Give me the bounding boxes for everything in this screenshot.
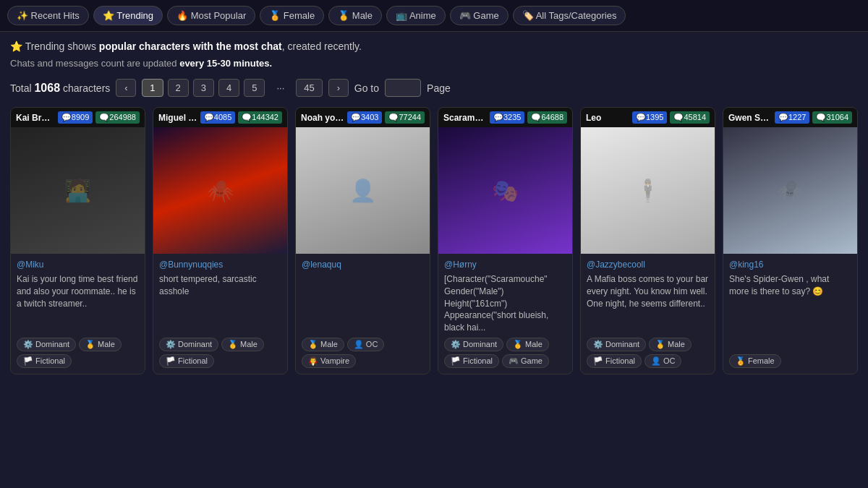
nav-item-anime[interactable]: 📺 Anime [386,6,446,25]
card-desc-kai-brown: Kai is your long time best friend and al… [17,273,139,334]
tag-leo-2[interactable]: 🏳️Fictional [587,354,642,368]
card-author-kai-brown[interactable]: @Miku [17,260,139,270]
card-header-miguel-o: Miguel O...💬4085🗨️144342 [153,108,287,127]
trending-description: ⭐ Trending shows popular characters with… [10,40,858,52]
page-btn-2[interactable]: 2 [168,79,189,97]
card-name-miguel-o: Miguel O... [158,113,197,123]
page-btn-1[interactable]: 1 [142,79,163,97]
tag-emoji-gwen-stac-0: 🏅 [736,356,746,366]
card-image-scaramouche: 🎭 [438,127,572,254]
tag-label-leo-3: OC [663,356,676,365]
chat-badge-noah-your: 💬3403 [347,111,382,124]
page-label: Page [427,82,451,94]
tag-scaramouche-0[interactable]: ⚙️Dominant [444,338,503,351]
card-body-leo: @JazzybecoollA Mafia boss comes to your … [581,254,715,374]
tag-miguel-o-0[interactable]: ⚙️Dominant [159,338,218,351]
tag-emoji-leo-0: ⚙️ [593,340,603,349]
tag-label-leo-0: Dominant [605,340,639,348]
card-stats-miguel-o: 💬4085🗨️144342 [200,111,282,124]
tag-gwen-stac-0[interactable]: 🏅Female [729,354,781,368]
tag-noah-your-2[interactable]: 🧛Vampire [302,354,356,368]
tag-scaramouche-3[interactable]: 🎮Game [502,354,549,368]
page-btn-4[interactable]: 4 [218,79,239,97]
nav-item-trending[interactable]: ⭐ Trending [93,6,163,25]
card-author-gwen-stac[interactable]: @king16 [729,260,851,270]
card-name-kai-brown: Kai Brow... [16,113,55,123]
card-scaramouche[interactable]: Scaramou...💬3235🗨️64688🎭@Hørny[Character… [438,107,573,374]
main-content: ⭐ Trending shows popular characters with… [0,32,868,383]
nav-item-most-popular[interactable]: 🔥 Most Popular [167,6,255,25]
msg-badge-noah-your: 🗨️77244 [385,111,425,124]
card-header-kai-brown: Kai Brow...💬8909🗨️264988 [11,108,145,127]
msg-badge-leo: 🗨️45814 [670,111,710,124]
card-header-scaramouche: Scaramou...💬3235🗨️64688 [438,108,572,127]
card-body-gwen-stac: @king16She's Spider-Gwen , what more is … [723,254,857,374]
cards-grid: Kai Brow...💬8909🗨️264988🧑‍💻@MikuKai is y… [10,107,858,374]
nav-item-game[interactable]: 🎮 Game [450,6,509,25]
card-name-leo: Leo [586,113,629,123]
characters-label: characters [63,82,110,94]
nav-item-all-tags[interactable]: 🏷️ All Tags/Categories [513,6,626,25]
card-leo[interactable]: Leo💬1395🗨️45814🕴️@JazzybecoollA Mafia bo… [580,107,715,374]
tag-emoji-leo-1: 🥇 [655,340,665,349]
goto-input[interactable] [385,79,421,97]
card-name-gwen-stac: Gwen Stac... [728,113,772,123]
tag-leo-3[interactable]: 👤OC [644,354,682,368]
update-note: Chats and messages count are updated eve… [10,58,858,69]
tag-scaramouche-2[interactable]: 🏳️Fictional [444,354,499,368]
tag-miguel-o-1[interactable]: 🥇Male [221,338,264,351]
card-header-leo: Leo💬1395🗨️45814 [581,108,715,127]
tag-label-noah-your-2: Vampire [320,356,349,365]
card-tags-scaramouche: ⚙️Dominant🥇Male🏳️Fictional🎮Game [444,338,566,368]
update-note-bold: every 15-30 minutes. [179,58,272,69]
tag-emoji-scaramouche-3: 🎮 [509,356,519,366]
card-body-miguel-o: @Bunnynuqqiesshort tempered, sarcastic a… [153,254,287,374]
card-stats-kai-brown: 💬8909🗨️264988 [58,111,140,124]
tag-label-leo-2: Fictional [605,356,635,365]
card-image-miguel-o: 🕷️ [153,127,287,254]
card-gwen-stac[interactable]: Gwen Stac...💬1227🗨️31064🕷️@king16She's S… [723,107,858,374]
card-author-scaramouche[interactable]: @Hørny [444,260,566,270]
card-author-miguel-o[interactable]: @Bunnynuqqies [159,260,281,270]
chat-badge-scaramouche: 💬3235 [490,111,524,124]
card-kai-brown[interactable]: Kai Brow...💬8909🗨️264988🧑‍💻@MikuKai is y… [10,107,145,374]
tag-leo-1[interactable]: 🥇Male [649,338,692,351]
tag-label-scaramouche-3: Game [521,356,542,365]
tag-scaramouche-1[interactable]: 🥇Male [506,338,549,351]
page-btn-3[interactable]: 3 [193,79,214,97]
nav-item-male[interactable]: 🥇 Male [328,6,382,25]
tag-leo-0[interactable]: ⚙️Dominant [587,338,646,351]
card-miguel-o[interactable]: Miguel O...💬4085🗨️144342🕷️@Bunnynuqqiess… [153,107,288,374]
card-header-noah-your: Noah your...💬3403🗨️77244 [296,108,430,127]
tag-label-kai-brown-1: Male [98,340,115,348]
card-stats-leo: 💬1395🗨️45814 [632,111,710,124]
card-tags-noah-your: 🥇Male👤OC🧛Vampire [302,338,424,368]
card-author-leo[interactable]: @Jazzybecooll [587,260,709,270]
page-next[interactable]: › [328,79,349,97]
tag-noah-your-1[interactable]: 👤OC [347,338,385,351]
card-noah-your[interactable]: Noah your...💬3403🗨️77244👤@lenaquq🥇Male👤O… [295,107,430,374]
card-tags-miguel-o: ⚙️Dominant🥇Male🏳️Fictional [159,338,281,368]
tag-kai-brown-2[interactable]: 🏳️Fictional [17,354,72,368]
tag-miguel-o-2[interactable]: 🏳️Fictional [159,354,214,368]
card-name-noah-your: Noah your... [301,113,344,123]
nav-item-female[interactable]: 🏅 Female [260,6,324,25]
tag-label-scaramouche-0: Dominant [463,340,497,348]
nav-item-recent-hits[interactable]: ✨ Recent Hits [7,6,89,25]
page-btn-45[interactable]: 45 [296,79,322,97]
tag-kai-brown-1[interactable]: 🥇Male [79,338,122,351]
tag-label-miguel-o-1: Male [240,340,258,348]
card-author-noah-your[interactable]: @lenaquq [302,260,424,270]
page-btn-5[interactable]: 5 [244,79,265,97]
tag-kai-brown-0[interactable]: ⚙️Dominant [17,338,76,351]
total-count: 1068 [34,82,60,94]
tag-emoji-leo-3: 👤 [651,356,661,366]
page-prev[interactable]: ‹ [116,79,136,97]
card-desc-noah-your [302,273,424,334]
tag-noah-your-0[interactable]: 🥇Male [302,338,344,351]
tag-label-gwen-stac-0: Female [748,356,775,365]
chat-badge-gwen-stac: 💬1227 [775,111,809,124]
tag-emoji-leo-2: 🏳️ [593,356,603,366]
tag-label-scaramouche-1: Male [525,340,542,348]
goto-label: Go to [354,82,379,94]
